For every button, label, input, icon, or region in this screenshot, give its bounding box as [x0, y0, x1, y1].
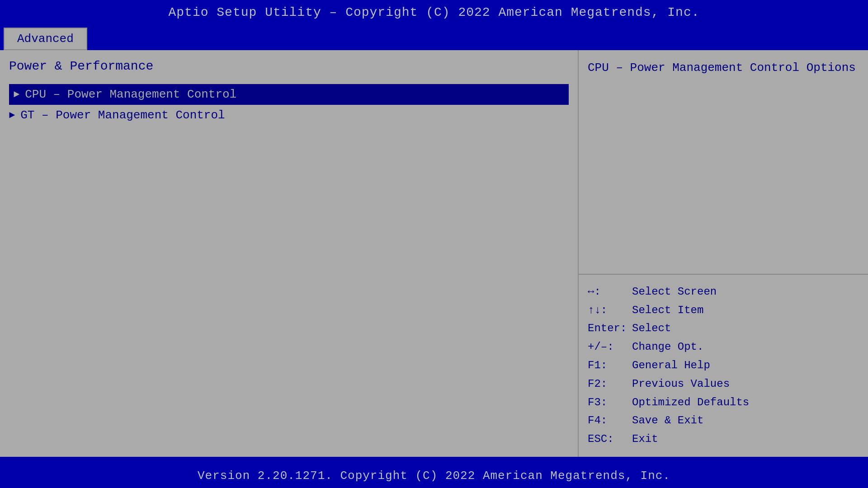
header-bar: Aptio Setup Utility – Copyright (C) 2022…: [0, 0, 868, 25]
main-area: Power & Performance ► CPU – Power Manage…: [0, 50, 868, 457]
arrow-icon-cpu: ►: [14, 89, 19, 100]
key-label: ↑↓:: [588, 301, 628, 320]
key-label: F4:: [588, 412, 628, 430]
key-help-line: F1:General Help: [588, 357, 859, 375]
key-action: Exit: [632, 430, 658, 449]
right-panel: CPU – Power Management Control Options ↔…: [579, 50, 868, 457]
key-action: Previous Values: [632, 375, 730, 394]
key-action: Save & Exit: [632, 412, 703, 430]
key-label: F3:: [588, 394, 628, 412]
key-action: Optimized Defaults: [632, 394, 749, 412]
key-action: General Help: [632, 357, 710, 375]
footer-bar: Version 2.20.1271. Copyright (C) 2022 Am…: [0, 464, 868, 488]
key-label: ↔:: [588, 283, 628, 301]
key-label: +/–:: [588, 338, 628, 357]
tab-advanced[interactable]: Advanced: [4, 28, 87, 50]
left-panel: Power & Performance ► CPU – Power Manage…: [0, 50, 579, 457]
key-action: Change Opt.: [632, 338, 703, 357]
key-help-area: ↔:Select Screen↑↓:Select ItemEnter:Selec…: [579, 275, 868, 457]
key-label: F1:: [588, 357, 628, 375]
key-action: Select Screen: [632, 283, 717, 301]
key-help-line: F3:Optimized Defaults: [588, 394, 859, 412]
key-help-line: F2:Previous Values: [588, 375, 859, 394]
key-label: F2:: [588, 375, 628, 394]
arrow-icon-gt: ►: [9, 110, 15, 121]
help-text-area: CPU – Power Management Control Options: [579, 50, 868, 274]
footer-text: Version 2.20.1271. Copyright (C) 2022 Am…: [198, 469, 670, 483]
key-help-line: ↑↓:Select Item: [588, 301, 859, 320]
header-title: Aptio Setup Utility – Copyright (C) 2022…: [169, 5, 700, 19]
menu-item-cpu[interactable]: ► CPU – Power Management Control: [9, 84, 569, 105]
tab-bar: Advanced: [0, 25, 868, 50]
key-help-line: ESC:Exit: [588, 430, 859, 449]
key-help-line: F4:Save & Exit: [588, 412, 859, 430]
key-action: Select Item: [632, 301, 703, 320]
key-label: ESC:: [588, 430, 628, 449]
key-label: Enter:: [588, 319, 628, 338]
key-action: Select: [632, 319, 671, 338]
menu-item-gt-label: GT – Power Management Control: [20, 108, 225, 122]
key-help-line: +/–:Change Opt.: [588, 338, 859, 357]
left-panel-title: Power & Performance: [9, 59, 569, 73]
menu-item-gt[interactable]: ► GT – Power Management Control: [9, 105, 569, 126]
key-help-line: ↔:Select Screen: [588, 283, 859, 301]
menu-item-cpu-label: CPU – Power Management Control: [25, 88, 236, 101]
help-title: CPU – Power Management Control Options: [588, 61, 856, 75]
key-help-line: Enter:Select: [588, 319, 859, 338]
